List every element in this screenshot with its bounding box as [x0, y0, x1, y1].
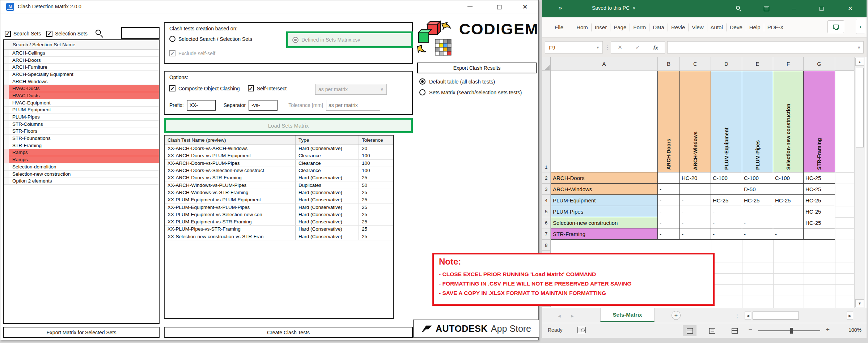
tab-developer[interactable]: Deve — [727, 24, 746, 30]
list-item[interactable]: Selection-new construction — [4, 171, 159, 178]
add-sheet-icon[interactable]: + — [672, 311, 681, 320]
table-row[interactable]: XX-PLUM-Equipment-vs-STR-FramingHard (Co… — [165, 218, 393, 226]
matrix-cell[interactable] — [742, 206, 773, 217]
matrix-row-header[interactable]: PLUM-Pipes — [551, 206, 658, 217]
matrix-csv-radio[interactable] — [292, 37, 298, 43]
matrix-col-header[interactable]: PLUM-Equipment — [711, 71, 742, 172]
zoom-slider-thumb[interactable] — [790, 328, 793, 334]
zoom-in-icon[interactable]: + — [826, 326, 830, 334]
table-row[interactable]: XX-ARCH-Doors-vs-Selection-new construct… — [165, 167, 393, 174]
matrix-cell[interactable]: - — [711, 217, 742, 228]
matrix-cell[interactable]: - — [711, 228, 742, 240]
matrix-cell[interactable]: HC-25 — [711, 195, 742, 206]
list-item[interactable]: PLUM-Equipment — [4, 107, 159, 114]
matrix-cell[interactable]: - — [742, 217, 773, 228]
separator-input[interactable] — [249, 100, 278, 111]
table-row[interactable]: XX-PLUM-Equipment-vs-Selection-new conHa… — [165, 211, 393, 218]
sheet-nav-right-icon[interactable]: ▸ — [571, 313, 574, 319]
close-button[interactable]: ✕ — [519, 2, 531, 12]
matrix-cell[interactable]: HC-25 — [804, 195, 835, 206]
matrix-col-header[interactable]: ARCH-Doors — [658, 71, 680, 172]
zoom-slider[interactable] — [758, 330, 820, 331]
column-header[interactable]: E — [742, 57, 773, 70]
matrix-cell[interactable] — [773, 184, 804, 195]
matrix-cell[interactable]: - — [658, 195, 680, 206]
table-row[interactable]: XX-PLUM-Pipes-vs-STR-FramingHard (Conser… — [165, 226, 393, 233]
list-item[interactable]: Option 2 elements — [4, 177, 159, 185]
matrix-row-header[interactable]: STR-Framing — [551, 228, 658, 240]
list-item[interactable]: Selection-demolition — [4, 163, 159, 171]
matrix-cell[interactable]: - — [658, 206, 680, 217]
list-item[interactable]: ARCH-Windows — [4, 78, 159, 85]
table-row[interactable]: XX-Selection-new construction-vs-STR-Fra… — [165, 233, 393, 240]
tab-insert[interactable]: Inser — [592, 24, 610, 30]
tab-overflow-icon[interactable]: ⋮ — [734, 313, 740, 319]
list-item[interactable]: PLUM-Pipes — [4, 113, 159, 121]
scrollbar-thumb[interactable] — [753, 312, 799, 320]
list-item[interactable]: ARCH-Furniture — [4, 64, 159, 71]
page-layout-view-button[interactable] — [705, 325, 719, 336]
horizontal-scrollbar[interactable]: ◀ ▶ — [745, 311, 853, 320]
default-table-radio[interactable] — [419, 78, 425, 85]
row-header[interactable]: 8 — [542, 240, 551, 251]
tolerance-input[interactable] — [326, 100, 380, 111]
matrix-cell[interactable]: C-100 — [711, 172, 742, 184]
load-sets-matrix-button[interactable]: Load Sets Matrix — [164, 118, 413, 133]
matrix-cell[interactable] — [804, 228, 835, 240]
column-header[interactable]: F — [773, 57, 804, 70]
list-item[interactable]: ARCH-Ceilings — [4, 50, 159, 57]
select-all-corner[interactable] — [542, 57, 551, 71]
matrix-row-header[interactable]: Selection-new construction — [551, 217, 658, 228]
matrix-cell[interactable]: HC-25 — [742, 195, 773, 206]
tab-file[interactable]: File — [551, 24, 567, 30]
list-item[interactable]: STR-Columns — [4, 121, 159, 128]
list-item[interactable]: STR-Framing — [4, 142, 159, 149]
formula-input[interactable]: ∨ — [667, 41, 864, 53]
export-matrix-button[interactable]: Export Matrix for Selected Sets — [3, 327, 160, 338]
cell[interactable] — [551, 71, 658, 172]
maximize-button[interactable] — [817, 4, 826, 13]
row-header[interactable]: 1 — [542, 71, 551, 172]
formula-expand-icon[interactable]: ∨ — [858, 45, 860, 50]
comments-button[interactable] — [827, 20, 844, 33]
matrix-cell[interactable]: - — [680, 206, 711, 217]
matrix-cell[interactable] — [773, 206, 804, 217]
matrix-col-header[interactable]: STR-Framing — [804, 71, 835, 172]
column-header[interactable]: G — [804, 57, 835, 70]
zoom-level[interactable]: 100% — [848, 327, 861, 333]
prefix-input[interactable] — [187, 100, 216, 111]
close-button[interactable]: ✕ — [846, 4, 855, 13]
table-row[interactable]: XX-ARCH-Doors-vs-ARCH-WindowsHard (Conse… — [165, 145, 393, 152]
minimize-button[interactable] — [464, 2, 476, 12]
name-box[interactable]: F9 ▾ — [545, 41, 603, 53]
scrollbar-thumb[interactable] — [856, 68, 864, 147]
matrix-col-header[interactable]: PLUM-Pipes — [742, 71, 773, 172]
matrix-cell[interactable]: - — [773, 228, 804, 240]
matrix-cell[interactable]: C-100 — [742, 172, 773, 184]
insert-function-icon[interactable]: fx — [653, 44, 658, 51]
tab-home[interactable]: Hom — [573, 24, 591, 30]
column-header[interactable]: B — [658, 57, 680, 70]
matrix-cell[interactable]: HC-25 — [804, 217, 835, 228]
list-item[interactable]: Ramps — [4, 156, 159, 163]
matrix-cell[interactable]: - — [658, 228, 680, 240]
matrix-cell[interactable]: HC-25 — [804, 184, 835, 195]
scroll-down-icon[interactable]: ▼ — [855, 299, 864, 307]
exclude-self-checkbox[interactable]: ✓ — [169, 50, 175, 56]
sets-matrix-radio[interactable] — [419, 89, 425, 95]
create-clash-tests-button[interactable]: Create Clash Tests — [164, 327, 413, 338]
list-item[interactable]: STR-Foundations — [4, 135, 159, 142]
table-row[interactable]: XX-ARCH-Doors-vs-PLUM-PipesClearance100 — [165, 160, 393, 167]
matrix-cell[interactable]: - — [658, 184, 680, 195]
matrix-cell[interactable]: - — [680, 217, 711, 228]
display-settings-icon[interactable] — [577, 327, 586, 333]
list-item[interactable]: HVAC-Ducts — [4, 92, 159, 99]
list-item[interactable]: ARCH-Doors — [4, 57, 159, 64]
row-header[interactable]: 6 — [542, 217, 551, 228]
column-header[interactable]: D — [711, 57, 742, 70]
quick-access-overflow-icon[interactable]: » — [559, 4, 561, 12]
maximize-button[interactable] — [493, 2, 505, 12]
tab-pdf[interactable]: PDF-X — [764, 24, 787, 30]
matrix-cell[interactable] — [680, 184, 711, 195]
self-intersect-checkbox[interactable]: ✓ — [248, 85, 254, 91]
